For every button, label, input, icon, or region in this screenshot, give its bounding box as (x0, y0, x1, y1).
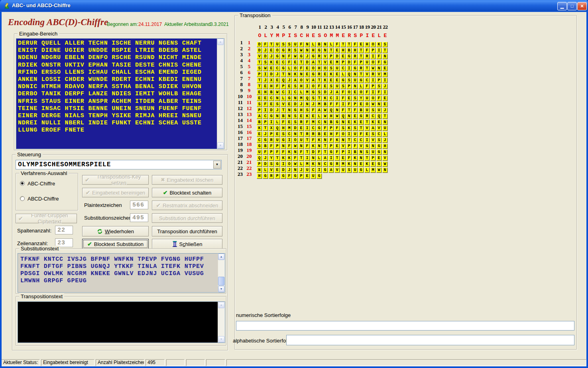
keyword-letter: Y (269, 33, 275, 39)
check-icon: ✔ (86, 190, 90, 195)
blocktext-substitution-button[interactable]: ✔ Blocktext Substitution (82, 239, 149, 249)
restmatrix-abschneiden-button[interactable]: ✔ Restmatrix abschneiden (152, 201, 222, 210)
input-text-line: NDENU NDGRU EBELN DENFO RSCHE RSUND NICH… (18, 54, 216, 61)
column-number: 8 (299, 24, 305, 30)
row-number: 13 (236, 112, 243, 117)
grid-cell: G (281, 173, 286, 179)
status-panel (206, 359, 225, 366)
radio-indicator (20, 196, 25, 201)
grid-cell: G (293, 173, 298, 179)
column-number: 1 (257, 24, 263, 30)
radio-option-abc-chiffre[interactable]: ABC-Chiffre (20, 181, 55, 186)
keyword-letter: P (281, 33, 287, 39)
scroll-up-icon[interactable]: ▲ (218, 302, 224, 308)
eingabetext-loeschen-button[interactable]: ✖ Eingabetext löschen (152, 175, 222, 185)
transpositionstext-textarea[interactable]: ▲ ▼ (18, 301, 225, 343)
row-number-red: 17 (246, 136, 253, 141)
column-number: 5 (281, 24, 287, 30)
fuenfer-gruppen-ciphertext-button[interactable]: ✔ Fünfer-Gruppen Ciphertext (16, 214, 77, 223)
column-number: 21 (376, 24, 382, 30)
window-border-bottom (0, 366, 588, 368)
row-number-red: 2 (246, 46, 253, 51)
transpositionstext-group: Transpositionstext ▲ ▼ (16, 296, 226, 346)
eingabe-textarea[interactable]: DERUR QUELL ALLER TECHN ISCHE NERRU NGEN… (16, 38, 224, 149)
scroll-down-icon[interactable]: ▼ (217, 142, 224, 149)
maximize-icon[interactable]: □ (567, 2, 577, 10)
row-number: 7 (236, 76, 243, 81)
window-border-left (0, 0, 2, 368)
keyword-letter: R (346, 33, 352, 39)
substitutionstext-textarea[interactable]: TFKNF KNTCC IVSJG BFPNF WNFKN TPEVP FVGN… (18, 253, 225, 293)
row-number-red: 19 (246, 148, 253, 153)
close-icon[interactable]: ✕ (577, 2, 587, 10)
keyword-letter: S (293, 33, 299, 39)
app-icon (3, 2, 10, 10)
keyword-letter: S (352, 33, 358, 39)
plaintextzeichen-field[interactable]: 566 (130, 201, 148, 209)
input-text-line: RFIND ERSSO LLENS ICHAU CHALL ESCHA EMEN… (18, 69, 216, 76)
key-combobox[interactable]: OLYMPISCHESOMMERSPIELE ▼ (16, 160, 222, 169)
row-number: 1 (236, 40, 243, 45)
grid-row: 1717CGRUGIOUTFKNFKNTCCIVSJ (235, 136, 434, 142)
page-title: Encoding ABC(D)-Chiffre (8, 17, 108, 28)
row-number-red: 3 (246, 52, 253, 57)
grid-column-numbers: 12345678910111213141516171819202122 (257, 23, 388, 30)
grid-row: 1010EECNLGNMQSTKCIFESYUOFE (235, 94, 434, 100)
column-number: 9 (305, 24, 311, 30)
substitutionstext-scrollbar[interactable]: ▲ ▼ (218, 254, 225, 292)
row-number: 9 (236, 88, 243, 93)
eingabe-scrollbar[interactable]: ▲ ▼ (217, 39, 224, 149)
input-text-line: ENIST DIENE UGIER UNDDE RSPIE LTRIE BDES… (18, 47, 216, 54)
grid-row: 1414BPILFESRFMCNBGNEKETKEN (235, 118, 434, 124)
column-number: 19 (364, 24, 370, 30)
radio-option-abcd-chiffre[interactable]: ABCD-Chiffre (20, 196, 59, 201)
blocktext-schalten-button[interactable]: ✔ Blocktext schalten (152, 188, 222, 197)
scrollbar-thumb[interactable] (218, 277, 224, 285)
row-number: 14 (236, 118, 243, 123)
substitutionstext-label: Substitutionstext (19, 246, 60, 252)
row-number: 12 (236, 106, 243, 111)
status-date: 3.3.2021 (210, 22, 229, 27)
titlebar[interactable]: ABC- und ABCD-Chiffre ▁ □ ✕ (0, 0, 588, 12)
substitutionszeichen-field[interactable]: 495 (130, 213, 148, 222)
statusbar: Aktueller Status:Eingabetext bereinigtAn… (0, 359, 588, 366)
grid-row: 55SWECGLOFEOHOSUCIGRTWNE (235, 64, 434, 70)
input-text-line: NFRIS STAUS EINER ANSPR ACHEM ITDER ALBE… (18, 98, 216, 105)
spaltenanzahl-field[interactable]: 22 (55, 226, 73, 234)
alphabetische-sortierfolge-label: alphabetische Sortierfolge (233, 338, 293, 344)
column-number: 11 (317, 24, 323, 30)
scroll-down-icon[interactable]: ▼ (218, 336, 224, 342)
grid-cell: G (317, 173, 322, 179)
eingabetext-bereinigen-button[interactable]: ✔ Eingabetext bereinigen (82, 188, 149, 197)
input-text-line: RDIEK ONSTR UKTIV EPHAN TASIE DESTE CHNI… (18, 62, 216, 69)
numerische-sortierfolge-input[interactable] (236, 321, 574, 331)
row-number-red: 12 (246, 106, 253, 111)
chevron-down-icon[interactable]: ▼ (213, 161, 221, 169)
grid-cell: E (305, 173, 310, 179)
row-number-red: 14 (246, 118, 253, 123)
scroll-up-icon[interactable]: ▲ (217, 39, 224, 45)
alphabetische-sortierfolge-input[interactable] (286, 335, 574, 345)
transposition-durchfuehren-button[interactable]: Transposition durchführen (152, 226, 222, 236)
wiederholen-button[interactable]: Wiederholen (82, 226, 149, 236)
grid-cell: P (275, 173, 280, 179)
transpositions-key-setzen-button[interactable]: ✔ Transpositions-Key setzen (82, 175, 149, 185)
substitution-durchfuehren-button[interactable]: Substitution durchführen (152, 213, 222, 223)
input-text-line: ANKEN LOSSI CHDER WUNDE RDERT ECHNI KBED… (18, 76, 216, 83)
grid-row: 11DFTUSSUFNLBNLFTTFEHOKS (235, 40, 434, 46)
row-number: 6 (236, 70, 243, 75)
column-number: 15 (340, 24, 346, 30)
grid-row: 1515KTXQHMDEICGFPFSKSTVAVU (235, 124, 434, 130)
grid-row: 1111SFESVEDJNJMBFFIFPEOWNE (235, 100, 434, 106)
scroll-up-icon[interactable]: ▲ (218, 254, 224, 260)
scroll-down-icon[interactable]: ▼ (218, 286, 224, 292)
minimize-icon[interactable]: ▁ (557, 2, 567, 10)
grid-row: 2020QJYTKKFTINLAITEFKNTPEV (235, 153, 434, 159)
transpositionstext-scrollbar[interactable]: ▲ ▼ (218, 302, 225, 342)
row-number: 2 (236, 46, 243, 51)
grid-cell: R (269, 173, 274, 179)
input-text-line: TEINE INSAC HTSIE BENNE UNEIN SNEUN FUEN… (18, 105, 216, 112)
schliessen-button[interactable]: Schließen (152, 239, 222, 249)
keyword-letter: E (340, 33, 346, 39)
column-number: 7 (293, 24, 299, 30)
